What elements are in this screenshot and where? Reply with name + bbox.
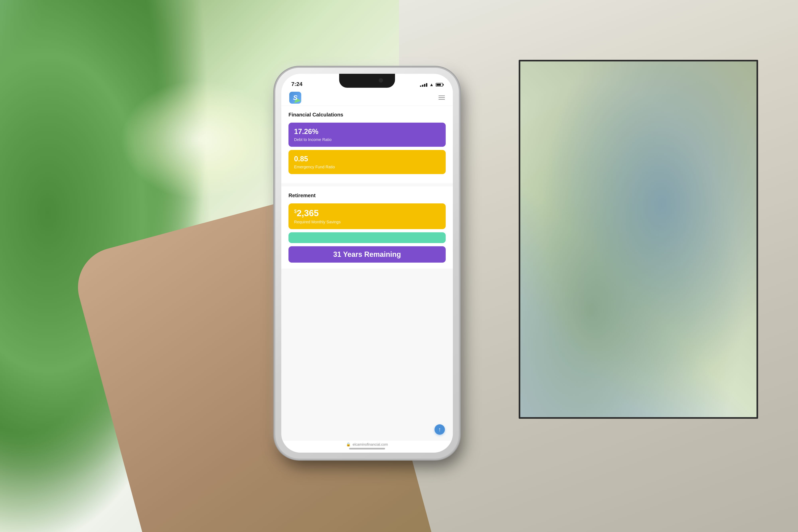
- wall-right: [399, 0, 798, 532]
- logo-letter: S: [293, 94, 298, 101]
- debt-income-value: 17.26%: [294, 128, 440, 136]
- wifi-icon: ▲: [429, 82, 434, 87]
- emergency-fund-value: 0.85: [294, 155, 440, 163]
- map-content: [520, 61, 757, 417]
- hamburger-line-2: [439, 97, 445, 98]
- savings-amount: 2,365: [297, 208, 319, 218]
- app-header: S: [281, 90, 453, 106]
- fab-icon: ↑: [438, 426, 441, 433]
- camera: [379, 78, 383, 82]
- battery-fill: [437, 84, 441, 86]
- retirement-section-title: Retirement: [289, 192, 446, 198]
- financial-section-title: Financial Calculations: [289, 112, 446, 118]
- url-text: elcaminofinancial.com: [353, 442, 388, 446]
- financial-section: Financial Calculations 17.26% Debt to In…: [281, 106, 453, 183]
- lock-icon: 🔒: [346, 442, 351, 446]
- signal-icon: [420, 83, 427, 87]
- hamburger-line-3: [439, 99, 445, 100]
- iphone-device: 7:24 ▲ S: [275, 68, 459, 459]
- emergency-fund-label: Emergency Fund Ratio: [294, 165, 440, 169]
- map-frame: [519, 60, 758, 419]
- years-remaining-card: 31 Years Remaining: [289, 246, 446, 263]
- progress-card: [289, 232, 446, 243]
- debt-income-label: Debt to Income Ratio: [294, 137, 440, 142]
- window-light: [120, 80, 279, 200]
- signal-bar-4: [426, 83, 427, 87]
- hamburger-line-1: [439, 96, 445, 96]
- iphone-screen: 7:24 ▲ S: [281, 74, 453, 453]
- monthly-savings-label: Required Monthly Savings: [294, 220, 440, 224]
- battery-icon: [436, 83, 443, 87]
- signal-bar-3: [424, 84, 425, 87]
- fab-button[interactable]: ↑: [434, 424, 445, 435]
- signal-bar-1: [420, 86, 421, 87]
- monthly-savings-card: $2,365 Required Monthly Savings: [289, 203, 446, 229]
- signal-bar-2: [422, 85, 423, 87]
- currency-prefix: $: [294, 209, 297, 214]
- monthly-savings-value: $2,365: [294, 208, 440, 218]
- debt-income-card: 17.26% Debt to Income Ratio: [289, 122, 446, 147]
- home-indicator: [349, 448, 385, 450]
- url-bar: 🔒 elcaminofinancial.com: [281, 442, 453, 446]
- emergency-fund-card: 0.85 Emergency Fund Ratio: [289, 150, 446, 174]
- hamburger-menu[interactable]: [439, 96, 445, 100]
- years-remaining-value: 31 Years Remaining: [294, 250, 440, 259]
- notch: [339, 74, 395, 88]
- app-content: Financial Calculations 17.26% Debt to In…: [281, 106, 453, 441]
- retirement-section: Retirement $2,365 Required Monthly Savin…: [281, 187, 453, 269]
- status-icons: ▲: [420, 82, 443, 87]
- app-logo: S: [289, 92, 301, 104]
